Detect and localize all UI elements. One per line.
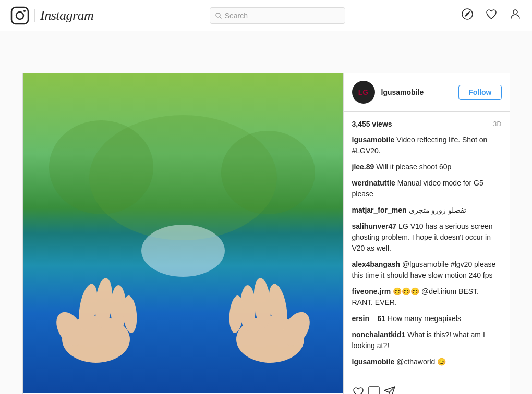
compass-icon[interactable] [461,8,474,23]
svg-marker-7 [464,10,471,17]
comment-item: fiveone.jrm😊😊😊 @del.irium BEST. RANT. EV… [352,286,502,308]
comment-username[interactable]: lgusamobile [352,136,395,144]
svg-point-2 [23,10,26,12]
svg-point-8 [513,10,517,14]
comment-item: alex4bangash@lgusamobile #lgv20 please t… [352,259,502,281]
like-icon[interactable] [352,386,365,394]
follow-button[interactable]: Follow [458,85,501,100]
header-divider [34,9,35,22]
avatar: LG [352,81,375,104]
comment-icon[interactable] [368,386,380,394]
post-header: LG lgusamobile Follow [344,73,510,112]
hands-svg [23,73,343,393]
instagram-logo-icon [10,6,29,25]
comment-text: تفضلو زورو متجري [409,206,467,214]
heart-icon[interactable] [485,8,498,23]
comment-item: lgusamobile@cthaworld 😊 [352,356,502,367]
comment-item: lgusamobileVideo reflecting life. Shot o… [352,134,502,156]
app-header: Instagram Search [0,0,532,31]
comment-username[interactable]: fiveone.jrm [352,287,391,296]
comment-username[interactable]: matjar_for_men [352,206,407,214]
post-container: LG lgusamobile Follow 3,455 views 3d lgu… [22,73,510,394]
comment-item: nonchalantkid1What is this?! what am I l… [352,329,502,351]
search-placeholder: Search [225,11,248,20]
svg-line-4 [220,17,221,18]
comment-text: @cthaworld 😊 [396,358,446,366]
comment-username[interactable]: werdnatuttle [352,179,395,187]
svg-rect-0 [11,7,28,24]
svg-point-1 [16,12,23,19]
comments-area[interactable]: 3,455 views 3d lgusamobileVideo reflecti… [344,112,510,381]
svg-point-13 [141,225,225,277]
search-bar[interactable]: Search [210,7,345,24]
instagram-wordmark: Instagram [40,8,93,23]
post-username[interactable]: lgusamobile [381,88,453,96]
profile-icon[interactable] [509,8,522,23]
comment-username[interactable]: jlee.89 [352,163,374,171]
svg-point-12 [221,131,315,214]
views-count: 3,455 views [352,120,392,128]
header-left: Instagram [10,6,93,25]
comment-item: salihunver47LG V10 has a serious screen … [352,221,502,254]
svg-point-11 [49,120,153,214]
post-image [23,73,343,393]
header-right [461,8,522,23]
search-icon [215,13,222,19]
comment-text: Will it please shoot 60p [376,163,451,171]
views-row: 3,455 views 3d [352,120,502,128]
comment-text: How many megapixels [388,314,461,323]
main-content: LG lgusamobile Follow 3,455 views 3d lgu… [0,0,532,394]
comment-item: werdnatuttleManual video mode for G5 ple… [352,178,502,200]
comment-username[interactable]: nonchalantkid1 [352,330,406,339]
comment-username[interactable]: salihunver47 [352,222,397,230]
time-ago: 3d [493,120,502,128]
comment-username[interactable]: lgusamobile [352,358,395,366]
comments-list: lgusamobileVideo reflecting life. Shot o… [352,134,502,367]
post-right-panel: LG lgusamobile Follow 3,455 views 3d lgu… [343,73,510,394]
comment-username[interactable]: ersin__61 [352,314,386,323]
post-actions [344,381,510,394]
comment-item: jlee.89Will it please shoot 60p [352,162,502,173]
comment-item: matjar_for_menتفضلو زورو متجري [352,205,502,216]
avatar-text: LG [358,88,368,96]
comment-username[interactable]: alex4bangash [352,260,401,268]
comment-item: ersin__61How many megapixels [352,313,502,324]
share-icon[interactable] [383,386,396,394]
post-image-inner [23,73,343,393]
